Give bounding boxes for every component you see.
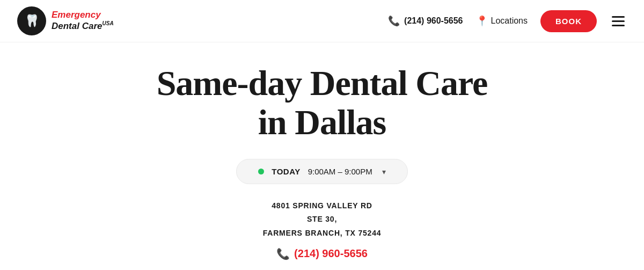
phone-icon-bottom: 📞 [276,247,290,260]
tooth-icon: 🦷 [25,14,39,28]
main-content: Same-day Dental Care in Dallas TODAY 9:0… [0,42,644,260]
bottom-phone-number: (214) 960-5656 [294,247,368,260]
header-phone-number: (214) 960-5656 [404,16,463,26]
hamburger-line-2 [612,20,625,22]
hero-title-line1: Same-day Dental Care [157,63,488,103]
address-line3: FARMERS BRANCH, TX 75244 [263,227,382,240]
logo-dental-care: Dental CareUSA [52,20,114,31]
hamburger-line-1 [612,16,625,18]
bottom-phone-link[interactable]: 📞 (214) 960-5656 [276,247,368,260]
address-block: 4801 SPRING VALLEY RD STE 30, FARMERS BR… [263,199,382,240]
hours-time-range: 9:00AM – 9:00PM [308,167,372,176]
today-label: TODAY [272,167,300,176]
logo-circle: 🦷 [17,6,46,35]
location-pin-icon: 📍 [476,15,488,27]
hamburger-line-3 [612,25,625,26]
logo-emergency: Emergency [52,10,114,20]
hours-pill[interactable]: TODAY 9:00AM – 9:00PM ▾ [236,159,408,184]
address-line2: STE 30, [263,213,382,226]
logo-text: Emergency Dental CareUSA [52,10,114,31]
chevron-down-icon: ▾ [382,167,386,176]
phone-icon: 📞 [388,15,400,27]
header: 🦷 Emergency Dental CareUSA 📞 (214) 960-5… [0,0,644,42]
book-button[interactable]: BOOK [540,10,597,32]
hero-title: Same-day Dental Care in Dallas [157,64,488,142]
hero-title-line2: in Dallas [258,103,386,142]
logo[interactable]: 🦷 Emergency Dental CareUSA [17,6,114,35]
open-status-dot [258,169,264,174]
locations-link[interactable]: 📍 Locations [476,15,528,27]
locations-label: Locations [491,16,528,26]
address-line1: 4801 SPRING VALLEY RD [263,199,382,213]
hamburger-menu-button[interactable] [610,14,627,28]
header-phone-link[interactable]: 📞 (214) 960-5656 [388,15,463,27]
header-nav: 📞 (214) 960-5656 📍 Locations BOOK [388,10,627,32]
